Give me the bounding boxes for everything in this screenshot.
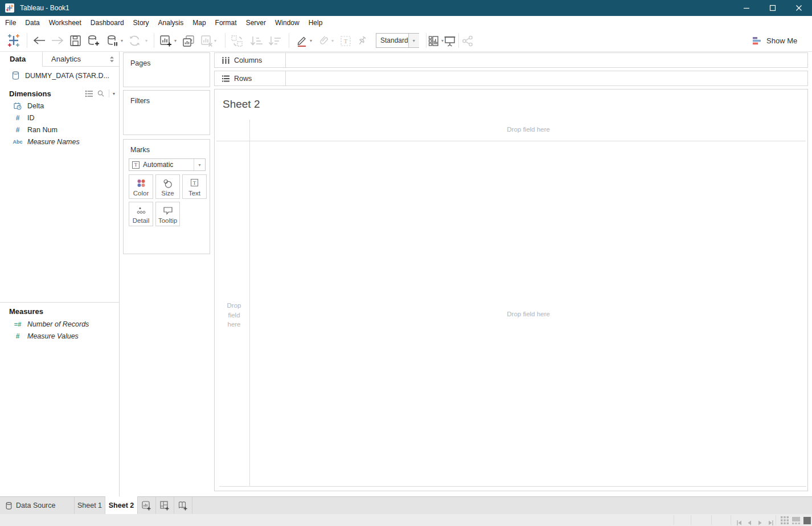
menu-window[interactable]: Window bbox=[270, 16, 304, 30]
tab-sheet-1[interactable]: Sheet 1 bbox=[75, 497, 105, 514]
field-id[interactable]: # ID bbox=[0, 112, 119, 124]
rows-shelf-droparea[interactable] bbox=[286, 71, 807, 85]
refresh-dropdown[interactable]: ▾ bbox=[145, 38, 147, 43]
field-measure-names[interactable]: Abc Measure Names bbox=[0, 136, 119, 148]
clear-sheet-dropdown[interactable]: ▾ bbox=[214, 38, 216, 43]
menu-file[interactable]: File bbox=[1, 16, 20, 30]
drop-field-main[interactable]: Drop field here bbox=[249, 311, 807, 317]
menu-map[interactable]: Map bbox=[188, 16, 210, 30]
marks-label: Marks bbox=[130, 146, 210, 154]
number-icon: # bbox=[11, 114, 24, 122]
data-analytics-tabs: Data Analytics bbox=[0, 52, 119, 67]
drop-field-top[interactable]: Drop field here bbox=[249, 126, 807, 133]
fit-mode-dropdown[interactable]: Standard ▾ bbox=[376, 33, 419, 48]
size-button[interactable]: Size bbox=[155, 174, 180, 199]
highlight-button[interactable] bbox=[296, 35, 308, 47]
save-button[interactable] bbox=[69, 35, 81, 47]
maximize-button[interactable] bbox=[760, 0, 786, 16]
swap-axes-button[interactable] bbox=[230, 34, 244, 48]
close-button[interactable] bbox=[786, 0, 812, 16]
color-button[interactable]: Color bbox=[129, 174, 153, 199]
marks-card: Marks T Automatic ▾ Color Size T Text bbox=[123, 139, 210, 254]
new-worksheet-tab-button[interactable] bbox=[138, 497, 156, 514]
worksheet-canvas[interactable]: Sheet 2 Drop field here Drop field here … bbox=[214, 89, 808, 491]
field-delta[interactable]: Delta bbox=[0, 100, 119, 112]
clear-sheet-button[interactable] bbox=[200, 34, 214, 48]
show-mark-labels-button[interactable]: T bbox=[339, 35, 352, 47]
next-page-button[interactable] bbox=[758, 517, 762, 526]
new-worksheet-dropdown[interactable]: ▾ bbox=[174, 38, 177, 43]
tableau-logo-icon bbox=[5, 3, 14, 13]
pane-splitter-icon[interactable] bbox=[109, 56, 114, 63]
menu-story[interactable]: Story bbox=[129, 16, 154, 30]
new-worksheet-button[interactable] bbox=[159, 34, 173, 48]
pages-shelf[interactable]: Pages bbox=[123, 52, 210, 87]
menu-bar: File Data Worksheet Dashboard Story Anal… bbox=[0, 16, 812, 30]
undo-button[interactable] bbox=[32, 35, 46, 46]
show-hide-cards-button[interactable] bbox=[428, 35, 441, 47]
new-data-source-button[interactable] bbox=[87, 34, 100, 48]
fix-axes-pin-button[interactable] bbox=[356, 35, 368, 47]
tooltip-button[interactable]: Tooltip bbox=[155, 202, 180, 226]
drop-field-left[interactable]: Drop field here bbox=[222, 301, 247, 329]
field-ran-num[interactable]: # Ran Num bbox=[0, 124, 119, 136]
sort-descending-button[interactable] bbox=[267, 35, 281, 47]
sort-ascending-button[interactable] bbox=[249, 35, 263, 47]
window-title: Tableau - Book1 bbox=[20, 4, 69, 12]
tab-analytics[interactable]: Analytics bbox=[43, 52, 119, 67]
columns-shelf-droparea[interactable] bbox=[286, 53, 807, 67]
show-me-button[interactable]: Show Me bbox=[753, 36, 797, 45]
toolbar: ▾ ▾ ▾ ▾ ▾ ▾ bbox=[0, 30, 812, 52]
share-button[interactable] bbox=[461, 35, 474, 47]
tableau-home-button[interactable] bbox=[6, 32, 22, 48]
measures-section: Measures =# Number of Records # Measure … bbox=[0, 302, 119, 342]
pause-auto-updates-button[interactable] bbox=[105, 34, 119, 48]
text-button[interactable]: T Text bbox=[182, 174, 207, 199]
new-story-tab-button[interactable] bbox=[174, 497, 192, 514]
refresh-button[interactable] bbox=[128, 34, 141, 47]
highlight-dropdown[interactable]: ▾ bbox=[310, 38, 312, 43]
filters-shelf[interactable]: Filters bbox=[123, 90, 210, 135]
menu-server[interactable]: Server bbox=[241, 16, 270, 30]
find-field-icon[interactable] bbox=[97, 90, 104, 97]
menu-analysis[interactable]: Analysis bbox=[154, 16, 188, 30]
fit-mode-caret[interactable]: ▾ bbox=[408, 34, 419, 47]
data-source-item[interactable]: DUMMY_DATA (STAR.D... bbox=[0, 67, 119, 84]
rows-icon bbox=[222, 75, 229, 82]
first-page-button[interactable] bbox=[736, 517, 742, 526]
mark-type-dropdown[interactable]: T Automatic ▾ bbox=[129, 158, 206, 171]
tab-data-source[interactable]: Data Source bbox=[0, 497, 75, 514]
prev-page-button[interactable] bbox=[747, 517, 752, 526]
last-page-button[interactable] bbox=[768, 517, 774, 526]
menu-data[interactable]: Data bbox=[20, 16, 44, 30]
new-dashboard-tab-button[interactable] bbox=[156, 497, 174, 514]
dimensions-menu-caret[interactable]: ▾ bbox=[113, 91, 115, 96]
columns-shelf[interactable]: Columns bbox=[214, 52, 808, 68]
column-header-divider bbox=[216, 141, 806, 141]
format-paintbrush-button[interactable] bbox=[318, 34, 330, 47]
menu-dashboard[interactable]: Dashboard bbox=[86, 16, 129, 30]
show-tabs-button[interactable] bbox=[803, 516, 811, 526]
rows-shelf[interactable]: Rows bbox=[214, 71, 808, 86]
menu-help[interactable]: Help bbox=[304, 16, 327, 30]
tab-data[interactable]: Data bbox=[0, 52, 43, 67]
show-sheet-sorter-button[interactable] bbox=[781, 516, 789, 526]
tab-sheet-2[interactable]: Sheet 2 bbox=[105, 496, 138, 514]
view-as-list-icon[interactable] bbox=[85, 91, 93, 97]
field-measure-values[interactable]: # Measure Values bbox=[0, 330, 119, 342]
text-mark-icon: T bbox=[132, 161, 140, 169]
mark-type-caret[interactable]: ▾ bbox=[194, 159, 205, 170]
cards-panel: Pages Filters Marks T Automatic ▾ Color bbox=[120, 52, 214, 496]
duplicate-sheet-button[interactable] bbox=[182, 34, 195, 48]
show-filmstrip-button[interactable] bbox=[792, 516, 800, 526]
presentation-mode-button[interactable] bbox=[443, 35, 457, 47]
pause-updates-dropdown[interactable]: ▾ bbox=[121, 38, 123, 43]
field-number-of-records[interactable]: =# Number of Records bbox=[0, 318, 119, 330]
database-icon bbox=[6, 502, 12, 509]
detail-button[interactable]: Detail bbox=[129, 202, 153, 226]
menu-format[interactable]: Format bbox=[211, 16, 241, 30]
minimize-button[interactable] bbox=[733, 0, 760, 16]
redo-button[interactable] bbox=[51, 35, 64, 46]
menu-worksheet[interactable]: Worksheet bbox=[44, 16, 86, 30]
paintbrush-dropdown[interactable]: ▾ bbox=[331, 38, 334, 43]
